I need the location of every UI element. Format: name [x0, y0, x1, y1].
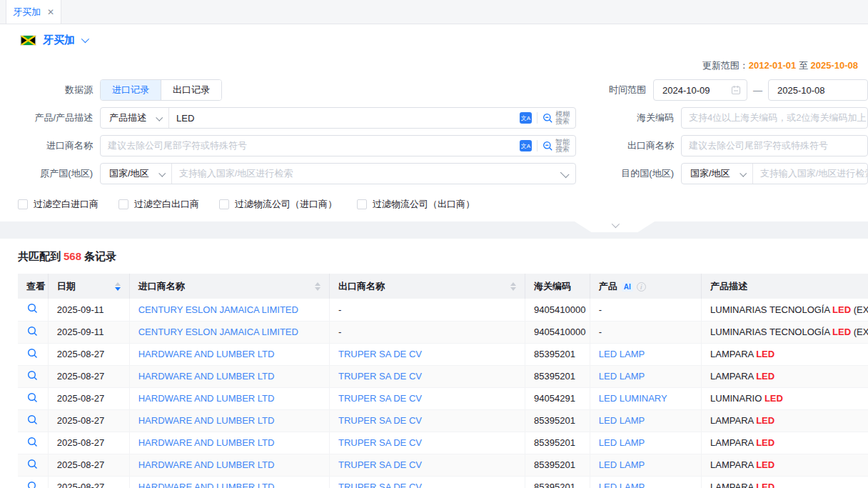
end-date-input[interactable]: 2025-10-08	[768, 79, 868, 101]
product-link[interactable]: -	[599, 304, 602, 315]
results-panel: 共匹配到568条记录 查看 日期 进口商名称 出口商	[0, 239, 868, 488]
destination-country-select[interactable]: 国家/地区	[682, 164, 753, 184]
exporter-link[interactable]: TRUPER SA DE CV	[338, 371, 422, 382]
exporter-cell: -	[329, 299, 525, 321]
importer-link[interactable]: CENTURY ESLON JAMAICA LIMITED	[138, 327, 298, 337]
importer-link[interactable]: HARDWARE AND LUMBER LTD	[138, 393, 275, 404]
chevron-down-icon	[612, 220, 620, 228]
country-name: 牙买加	[43, 34, 75, 47]
importer-link[interactable]: HARDWARE AND LUMBER LTD	[138, 415, 275, 426]
update-range-start: 2012-01-01	[749, 60, 797, 71]
destination-input[interactable]: 支持输入国家/地区进行检索	[753, 167, 867, 180]
data-source-segmented: 进口记录 出口记录	[100, 79, 222, 101]
exporter-link[interactable]: TRUPER SA DE CV	[338, 349, 422, 359]
date-cell: 2025-08-27	[48, 387, 129, 409]
exporter-link[interactable]: TRUPER SA DE CV	[338, 459, 422, 470]
exporter-cell: TRUPER SA DE CV	[329, 432, 525, 454]
description-cell: LAMPARA LED	[702, 454, 868, 476]
exporter-link[interactable]: -	[338, 304, 341, 315]
origin-country-select[interactable]: 国家/地区	[101, 164, 172, 184]
product-link[interactable]: LED LAMP	[599, 349, 645, 359]
importer-link[interactable]: HARDWARE AND LUMBER LTD	[138, 371, 275, 382]
product-link[interactable]: LED LAMP	[599, 482, 645, 488]
exporter-link[interactable]: -	[338, 327, 341, 337]
checkbox-filter-logistics-importer[interactable]: 过滤物流公司（进口商）	[219, 198, 337, 211]
importer-link[interactable]: HARDWARE AND LUMBER LTD	[138, 482, 275, 488]
segment-import-records[interactable]: 进口记录	[101, 80, 161, 100]
highlight-term: LED	[756, 371, 774, 382]
sort-date[interactable]	[115, 282, 121, 291]
view-search-icon[interactable]	[27, 459, 38, 469]
product-link[interactable]: LED LAMP	[599, 415, 645, 426]
view-search-icon[interactable]	[27, 303, 38, 314]
view-search-icon[interactable]	[27, 326, 38, 337]
start-date-input[interactable]: 2024-10-09	[653, 79, 747, 101]
importer-link[interactable]: HARDWARE AND LUMBER LTD	[138, 437, 275, 448]
view-search-icon[interactable]	[27, 392, 38, 403]
checkbox-filter-blank-exporter[interactable]: 过滤空白出口商	[118, 198, 199, 211]
exporter-cell: TRUPER SA DE CV	[329, 365, 525, 387]
time-range-label: 时间范围	[587, 84, 653, 96]
product-input[interactable]: LED	[169, 113, 520, 124]
view-search-icon[interactable]	[27, 437, 38, 447]
importer-cell: HARDWARE AND LUMBER LTD	[129, 343, 329, 365]
product-type-select[interactable]: 产品描述	[101, 108, 169, 128]
product-link[interactable]: LED LUMINARY	[599, 393, 667, 404]
column-date: 日期	[48, 274, 129, 299]
view-search-icon[interactable]	[27, 414, 38, 425]
exporter-cell: TRUPER SA DE CV	[329, 476, 525, 488]
exporter-input[interactable]: 建议去除公司尾部字符或特殊符号	[682, 139, 867, 152]
exporter-cell: -	[329, 321, 525, 343]
checkbox-icon	[18, 199, 28, 209]
hs-code-cell: 85395201	[525, 409, 590, 432]
exporter-link[interactable]: TRUPER SA DE CV	[338, 415, 422, 426]
hs-code-cell: 85395201	[525, 454, 590, 476]
chevron-down-icon[interactable]	[81, 35, 89, 43]
translate-icon[interactable]: 文A	[520, 140, 532, 151]
column-product: 产品AIi	[590, 274, 701, 299]
importer-link[interactable]: HARDWARE AND LUMBER LTD	[138, 349, 275, 359]
view-search-icon[interactable]	[27, 370, 38, 381]
view-search-icon[interactable]	[27, 348, 38, 359]
product-cell: LED LAMP	[590, 365, 701, 387]
collapse-panel-handle[interactable]	[575, 221, 655, 232]
exporter-link[interactable]: TRUPER SA DE CV	[338, 393, 422, 404]
checkbox-row: 过滤空白进口商 过滤空白出口商 过滤物流公司（进口商） 过滤物流公司（出口商）	[0, 197, 868, 211]
smart-search-button[interactable]: 智能搜索	[542, 139, 570, 153]
ai-badge: AI	[622, 282, 633, 292]
translate-icon[interactable]: 文A	[520, 112, 532, 124]
importer-input-group: 建议去除公司尾部字符或特殊符号 文A 智能搜索	[100, 135, 576, 156]
importer-input[interactable]: 建议去除公司尾部字符或特殊符号	[101, 139, 520, 152]
importer-link[interactable]: HARDWARE AND LUMBER LTD	[138, 459, 275, 470]
fuzzy-search-button[interactable]: 模糊搜索	[542, 111, 570, 125]
product-cell: LED LAMP	[590, 432, 701, 454]
sort-exporter[interactable]	[510, 282, 516, 291]
product-link[interactable]: LED LAMP	[599, 437, 645, 448]
exporter-link[interactable]: TRUPER SA DE CV	[338, 482, 422, 488]
sort-importer[interactable]	[315, 282, 321, 291]
hs-code-input[interactable]: 支持4位以上海关编码，或2位海关编码加上	[682, 111, 867, 124]
product-link[interactable]: -	[599, 327, 602, 337]
importer-link[interactable]: CENTURY ESLON JAMAICA LIMITED	[138, 304, 298, 315]
checkbox-filter-blank-importer[interactable]: 过滤空白进口商	[18, 198, 99, 211]
exporter-link[interactable]: TRUPER SA DE CV	[338, 437, 422, 448]
product-link[interactable]: LED LAMP	[599, 371, 645, 382]
checkbox-filter-logistics-exporter[interactable]: 过滤物流公司（出口商）	[357, 198, 475, 211]
close-icon[interactable]: ✕	[47, 7, 54, 17]
product-link[interactable]: LED LAMP	[599, 459, 645, 470]
date-cell: 2025-08-27	[48, 343, 129, 365]
importer-label: 进口商名称	[0, 139, 100, 152]
segment-export-records[interactable]: 出口记录	[161, 80, 221, 100]
checkbox-icon	[118, 199, 128, 209]
exporter-input-group: 建议去除公司尾部字符或特殊符号	[681, 135, 868, 156]
exporter-cell: TRUPER SA DE CV	[329, 409, 525, 432]
form-row-1: 数据源 进口记录 出口记录 时间范围 2024-10-09 — 2025-10-…	[0, 79, 868, 101]
chevron-down-icon	[740, 169, 747, 176]
view-search-icon[interactable]	[27, 481, 38, 488]
info-icon[interactable]: i	[637, 282, 646, 292]
importer-cell: CENTURY ESLON JAMAICA LIMITED	[129, 299, 329, 321]
origin-input[interactable]: 支持输入国家/地区进行检索	[172, 167, 560, 180]
results-summary: 共匹配到568条记录	[0, 250, 868, 264]
divider	[537, 140, 538, 151]
tab-jamaica[interactable]: 牙买加 ✕	[6, 0, 61, 24]
